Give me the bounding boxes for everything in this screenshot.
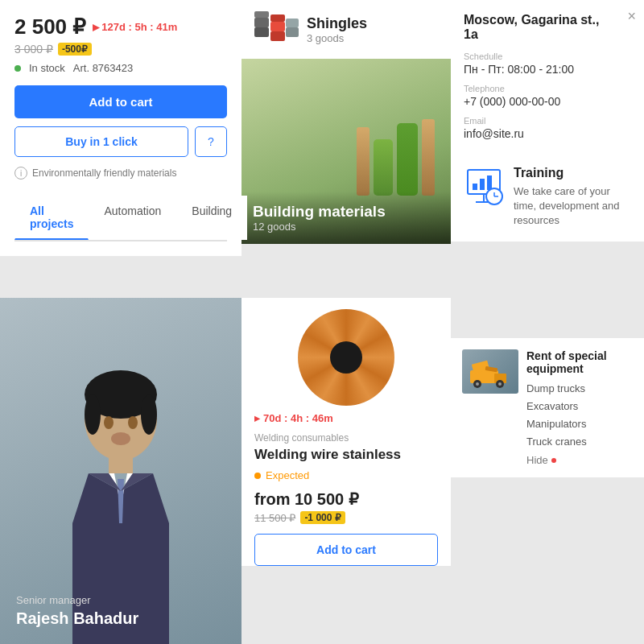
price-main: 2 500 ₽ xyxy=(14,14,86,39)
svg-point-7 xyxy=(111,432,130,445)
hide-row: Hide xyxy=(526,454,633,466)
price-old: 3 000 ₽ xyxy=(14,43,53,56)
cylinder-tall-decoration xyxy=(397,123,418,196)
svg-rect-21 xyxy=(487,175,492,190)
email-value: info@site.ru xyxy=(464,127,631,140)
training-icon xyxy=(464,166,504,229)
svg-rect-15 xyxy=(286,19,299,27)
person-name: Rajesh Bahadur xyxy=(16,609,138,628)
svg-rect-1 xyxy=(109,457,133,473)
buy-in-click-button[interactable]: Buy in 1 click xyxy=(14,126,188,157)
email-label: Email xyxy=(464,116,631,126)
building-materials-card[interactable]: Building materials 12 goods xyxy=(242,59,451,244)
schedule-value: Пн - Пт: 08:00 - 21:00 xyxy=(464,63,631,76)
training-chart-icon xyxy=(464,166,504,206)
welding-status-row: Expected xyxy=(254,469,438,481)
welding-price-old-row: 11 500 ₽ -1 000 ₽ xyxy=(254,511,438,524)
rent-item-excavators: Excavators xyxy=(526,398,633,415)
price-old-row: 3 000 ₽ -500₽ xyxy=(14,43,227,56)
svg-point-28 xyxy=(476,382,479,386)
rent-item-dump-trucks: Dump trucks xyxy=(526,380,633,398)
timer-dot-icon: ▸ xyxy=(93,19,99,35)
stock-label: In stock xyxy=(29,62,65,74)
welding-timer-value: 70d : 4h : 46m xyxy=(263,412,333,424)
rent-title: Rent of special equipment xyxy=(526,349,633,375)
hide-dot-icon xyxy=(551,458,556,463)
svg-rect-8 xyxy=(254,27,269,37)
svg-point-30 xyxy=(498,382,502,386)
shingles-subtitle: 3 goods xyxy=(307,32,367,44)
timer-badge: ▸ 127d : 5h : 41m xyxy=(93,19,177,35)
welding-spool-visual xyxy=(294,309,398,406)
shingles-bar: Shingles 3 goods xyxy=(242,0,451,60)
close-button[interactable]: × xyxy=(627,8,636,25)
schedule-label: Schedulle xyxy=(464,52,631,61)
welding-price-old: 11 500 ₽ xyxy=(254,512,295,524)
welding-section: ▸ 70d : 4h : 46m Welding consumables Wel… xyxy=(242,298,451,566)
svg-rect-12 xyxy=(270,22,285,31)
building-materials-title: Building materials xyxy=(253,203,440,221)
tab-building[interactable]: Building xyxy=(176,196,247,240)
svg-rect-11 xyxy=(270,31,285,41)
excavator-icon xyxy=(466,356,514,388)
email-row: Email info@site.ru xyxy=(464,116,631,140)
shingles-tiles-icon xyxy=(254,11,299,47)
rent-section: Rent of special equipment Dump trucks Ex… xyxy=(451,338,644,477)
schedule-row: Schedulle Пн - Пт: 08:00 - 21:00 xyxy=(464,52,631,76)
svg-point-5 xyxy=(104,416,114,429)
info-icon: i xyxy=(14,167,27,180)
buy-row: Buy in 1 click ? xyxy=(14,126,227,157)
eco-note: i Environmentally friendly materials xyxy=(14,167,227,180)
rent-info: Rent of special equipment Dump trucks Ex… xyxy=(526,349,633,466)
expected-dot-icon xyxy=(254,473,261,479)
price-row: 2 500 ₽ ▸ 127d : 5h : 41m xyxy=(14,14,227,39)
welding-add-to-cart-button[interactable]: Add to cart xyxy=(254,534,438,566)
product-card: 2 500 ₽ ▸ 127d : 5h : 41m 3 000 ₽ -500₽ … xyxy=(0,0,242,256)
telephone-label: Telephone xyxy=(464,84,631,93)
welding-product-name: Welding wire stainless xyxy=(254,447,438,463)
person-card: Senior manager Rajesh Bahadur xyxy=(0,298,242,644)
store-address: Moscow, Gagarina st., 1a xyxy=(464,13,631,42)
hide-link[interactable]: Hide xyxy=(526,454,548,466)
svg-rect-19 xyxy=(473,184,477,190)
svg-rect-13 xyxy=(270,14,285,22)
welding-timer: ▸ 70d : 4h : 46m xyxy=(254,412,438,424)
shingles-text: Shingles 3 goods xyxy=(307,15,367,44)
svg-point-3 xyxy=(85,394,101,435)
add-to-cart-button[interactable]: Add to cart xyxy=(14,85,227,118)
plank-decoration xyxy=(357,127,369,196)
svg-rect-9 xyxy=(254,18,269,27)
svg-rect-10 xyxy=(254,11,269,18)
welding-price: from 10 500 ₽ xyxy=(254,489,438,509)
rent-thumbnail xyxy=(462,349,518,394)
tab-automation[interactable]: Automation xyxy=(89,196,176,240)
welding-category: Welding consumables xyxy=(254,432,438,444)
building-materials-subtitle: 12 goods xyxy=(253,221,440,233)
art-label: Art. 8763423 xyxy=(73,62,133,74)
telephone-value: +7 (000) 000-00-00 xyxy=(464,95,631,108)
tab-all-projects[interactable]: All projects xyxy=(14,196,89,240)
spool-hub xyxy=(330,341,362,374)
training-description: We take care of your time, development a… xyxy=(514,184,631,229)
svg-point-4 xyxy=(141,394,157,435)
plank-tall-decoration xyxy=(422,119,435,196)
person-photo: Senior manager Rajesh Bahadur xyxy=(0,298,242,644)
svg-rect-20 xyxy=(480,179,485,190)
spool-outer xyxy=(298,309,394,406)
stock-row: In stock Art. 8763423 xyxy=(14,62,227,74)
stock-dot-icon xyxy=(14,65,21,72)
welding-timer-dot-icon: ▸ xyxy=(254,412,260,424)
welding-status: Expected xyxy=(266,469,309,481)
shingles-title: Shingles xyxy=(307,15,367,32)
eco-text: Environmentally friendly materials xyxy=(32,167,176,179)
svg-rect-14 xyxy=(286,27,299,37)
building-materials-visual xyxy=(357,119,435,196)
question-button[interactable]: ? xyxy=(195,126,227,157)
price-discount-badge: -500₽ xyxy=(58,43,92,56)
training-content: Training We take care of your time, deve… xyxy=(514,166,631,229)
training-section: Training We take care of your time, deve… xyxy=(451,153,644,242)
tabs-row: All projects Automation Building xyxy=(14,196,227,242)
welding-discount-badge: -1 000 ₽ xyxy=(300,511,345,524)
building-materials-overlay: Building materials 12 goods xyxy=(242,192,451,244)
shingles-icon xyxy=(254,11,299,47)
